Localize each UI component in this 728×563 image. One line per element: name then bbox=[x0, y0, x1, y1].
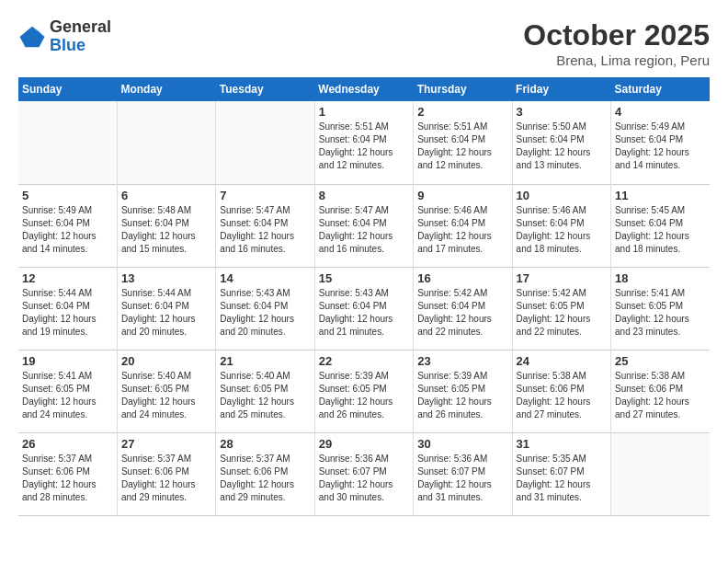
day-info: Sunrise: 5:41 AM Sunset: 6:05 PM Dayligh… bbox=[22, 370, 113, 421]
day-number: 26 bbox=[22, 437, 113, 451]
day-info: Sunrise: 5:50 AM Sunset: 6:04 PM Dayligh… bbox=[517, 121, 607, 172]
day-number: 27 bbox=[121, 437, 211, 451]
day-number: 3 bbox=[517, 105, 607, 119]
day-number: 23 bbox=[417, 354, 507, 368]
calendar-cell: 5Sunrise: 5:49 AM Sunset: 6:04 PM Daylig… bbox=[18, 184, 117, 267]
day-info: Sunrise: 5:51 AM Sunset: 6:04 PM Dayligh… bbox=[417, 121, 507, 172]
page-header: General Blue October 2025 Brena, Lima re… bbox=[18, 18, 710, 68]
day-number: 16 bbox=[417, 271, 507, 285]
day-info: Sunrise: 5:48 AM Sunset: 6:04 PM Dayligh… bbox=[121, 204, 211, 256]
calendar-cell: 19Sunrise: 5:41 AM Sunset: 6:05 PM Dayli… bbox=[18, 350, 117, 432]
calendar-cell: 29Sunrise: 5:36 AM Sunset: 6:07 PM Dayli… bbox=[314, 432, 413, 515]
day-info: Sunrise: 5:36 AM Sunset: 6:07 PM Dayligh… bbox=[319, 453, 409, 504]
day-number: 28 bbox=[220, 437, 310, 451]
day-number: 8 bbox=[319, 189, 409, 202]
column-header-wednesday: Wednesday bbox=[314, 77, 413, 101]
logo-icon bbox=[18, 23, 46, 51]
calendar-cell: 30Sunrise: 5:36 AM Sunset: 6:07 PM Dayli… bbox=[414, 432, 512, 515]
calendar-cell: 22Sunrise: 5:39 AM Sunset: 6:05 PM Dayli… bbox=[314, 350, 413, 432]
logo-text: General Blue bbox=[50, 18, 111, 55]
day-number: 22 bbox=[319, 354, 409, 368]
day-number: 17 bbox=[517, 271, 607, 285]
day-number: 2 bbox=[417, 105, 507, 119]
logo-line2: Blue bbox=[50, 37, 111, 55]
day-info: Sunrise: 5:38 AM Sunset: 6:06 PM Dayligh… bbox=[517, 370, 607, 421]
day-info: Sunrise: 5:39 AM Sunset: 6:05 PM Dayligh… bbox=[319, 370, 409, 421]
day-number: 1 bbox=[319, 105, 409, 119]
calendar-cell: 8Sunrise: 5:47 AM Sunset: 6:04 PM Daylig… bbox=[314, 184, 413, 267]
calendar-cell bbox=[117, 101, 215, 184]
day-info: Sunrise: 5:47 AM Sunset: 6:04 PM Dayligh… bbox=[319, 204, 409, 256]
calendar-cell: 20Sunrise: 5:40 AM Sunset: 6:05 PM Dayli… bbox=[117, 350, 215, 432]
calendar-cell: 2Sunrise: 5:51 AM Sunset: 6:04 PM Daylig… bbox=[414, 101, 512, 184]
day-number: 14 bbox=[220, 271, 310, 285]
calendar-cell: 18Sunrise: 5:41 AM Sunset: 6:05 PM Dayli… bbox=[611, 267, 710, 350]
day-info: Sunrise: 5:37 AM Sunset: 6:06 PM Dayligh… bbox=[22, 453, 113, 504]
day-info: Sunrise: 5:44 AM Sunset: 6:04 PM Dayligh… bbox=[22, 287, 113, 339]
day-info: Sunrise: 5:49 AM Sunset: 6:04 PM Dayligh… bbox=[615, 121, 706, 172]
calendar-cell: 1Sunrise: 5:51 AM Sunset: 6:04 PM Daylig… bbox=[314, 101, 413, 184]
day-number: 15 bbox=[319, 271, 409, 285]
day-info: Sunrise: 5:39 AM Sunset: 6:05 PM Dayligh… bbox=[417, 370, 507, 421]
calendar-cell: 23Sunrise: 5:39 AM Sunset: 6:05 PM Dayli… bbox=[414, 350, 512, 432]
location: Brena, Lima region, Peru bbox=[523, 52, 710, 68]
calendar-cell: 21Sunrise: 5:40 AM Sunset: 6:05 PM Dayli… bbox=[216, 350, 314, 432]
day-number: 25 bbox=[615, 354, 706, 368]
day-info: Sunrise: 5:35 AM Sunset: 6:07 PM Dayligh… bbox=[517, 453, 607, 504]
calendar-cell bbox=[18, 101, 117, 184]
day-info: Sunrise: 5:38 AM Sunset: 6:06 PM Dayligh… bbox=[615, 370, 706, 421]
calendar-cell: 25Sunrise: 5:38 AM Sunset: 6:06 PM Dayli… bbox=[611, 350, 710, 432]
calendar-cell: 12Sunrise: 5:44 AM Sunset: 6:04 PM Dayli… bbox=[18, 267, 117, 350]
column-header-saturday: Saturday bbox=[611, 77, 710, 101]
calendar-cell bbox=[611, 432, 710, 515]
day-info: Sunrise: 5:51 AM Sunset: 6:04 PM Dayligh… bbox=[319, 121, 409, 172]
day-number: 18 bbox=[615, 271, 706, 285]
calendar-cell: 3Sunrise: 5:50 AM Sunset: 6:04 PM Daylig… bbox=[512, 101, 610, 184]
calendar-cell: 28Sunrise: 5:37 AM Sunset: 6:06 PM Dayli… bbox=[216, 432, 314, 515]
column-header-tuesday: Tuesday bbox=[216, 77, 314, 101]
day-number: 10 bbox=[517, 189, 607, 202]
week-row-1: 1Sunrise: 5:51 AM Sunset: 6:04 PM Daylig… bbox=[18, 101, 710, 184]
day-info: Sunrise: 5:40 AM Sunset: 6:05 PM Dayligh… bbox=[220, 370, 310, 421]
week-row-5: 26Sunrise: 5:37 AM Sunset: 6:06 PM Dayli… bbox=[18, 432, 710, 515]
calendar-cell: 13Sunrise: 5:44 AM Sunset: 6:04 PM Dayli… bbox=[117, 267, 215, 350]
calendar-cell: 11Sunrise: 5:45 AM Sunset: 6:04 PM Dayli… bbox=[611, 184, 710, 267]
day-number: 7 bbox=[220, 189, 310, 202]
day-info: Sunrise: 5:44 AM Sunset: 6:04 PM Dayligh… bbox=[121, 287, 211, 339]
day-number: 24 bbox=[517, 354, 607, 368]
calendar-cell: 9Sunrise: 5:46 AM Sunset: 6:04 PM Daylig… bbox=[414, 184, 512, 267]
column-header-friday: Friday bbox=[512, 77, 610, 101]
day-number: 21 bbox=[220, 354, 310, 368]
day-number: 13 bbox=[121, 271, 211, 285]
day-number: 6 bbox=[121, 189, 211, 202]
day-info: Sunrise: 5:42 AM Sunset: 6:04 PM Dayligh… bbox=[417, 287, 507, 339]
day-number: 20 bbox=[121, 354, 211, 368]
day-info: Sunrise: 5:37 AM Sunset: 6:06 PM Dayligh… bbox=[220, 453, 310, 504]
week-row-3: 12Sunrise: 5:44 AM Sunset: 6:04 PM Dayli… bbox=[18, 267, 710, 350]
day-info: Sunrise: 5:37 AM Sunset: 6:06 PM Dayligh… bbox=[121, 453, 211, 504]
day-info: Sunrise: 5:46 AM Sunset: 6:04 PM Dayligh… bbox=[517, 204, 607, 256]
calendar-cell: 10Sunrise: 5:46 AM Sunset: 6:04 PM Dayli… bbox=[512, 184, 610, 267]
day-info: Sunrise: 5:43 AM Sunset: 6:04 PM Dayligh… bbox=[319, 287, 409, 339]
title-block: October 2025 Brena, Lima region, Peru bbox=[523, 18, 710, 68]
calendar-cell bbox=[216, 101, 314, 184]
calendar-cell: 7Sunrise: 5:47 AM Sunset: 6:04 PM Daylig… bbox=[216, 184, 314, 267]
calendar-cell: 26Sunrise: 5:37 AM Sunset: 6:06 PM Dayli… bbox=[18, 432, 117, 515]
logo-line1: General bbox=[50, 18, 111, 37]
month-title: October 2025 bbox=[523, 18, 710, 52]
day-info: Sunrise: 5:45 AM Sunset: 6:04 PM Dayligh… bbox=[615, 204, 706, 256]
day-info: Sunrise: 5:41 AM Sunset: 6:05 PM Dayligh… bbox=[615, 287, 706, 339]
column-header-sunday: Sunday bbox=[18, 77, 117, 101]
day-number: 12 bbox=[22, 271, 113, 285]
calendar-cell: 24Sunrise: 5:38 AM Sunset: 6:06 PM Dayli… bbox=[512, 350, 610, 432]
calendar-cell: 27Sunrise: 5:37 AM Sunset: 6:06 PM Dayli… bbox=[117, 432, 215, 515]
day-info: Sunrise: 5:49 AM Sunset: 6:04 PM Dayligh… bbox=[22, 204, 113, 256]
day-number: 29 bbox=[319, 437, 409, 451]
logo: General Blue bbox=[18, 18, 111, 55]
day-number: 11 bbox=[615, 189, 706, 202]
calendar-cell: 16Sunrise: 5:42 AM Sunset: 6:04 PM Dayli… bbox=[414, 267, 512, 350]
day-number: 30 bbox=[417, 437, 507, 451]
day-number: 31 bbox=[517, 437, 607, 451]
day-info: Sunrise: 5:46 AM Sunset: 6:04 PM Dayligh… bbox=[417, 204, 507, 256]
day-info: Sunrise: 5:40 AM Sunset: 6:05 PM Dayligh… bbox=[121, 370, 211, 421]
